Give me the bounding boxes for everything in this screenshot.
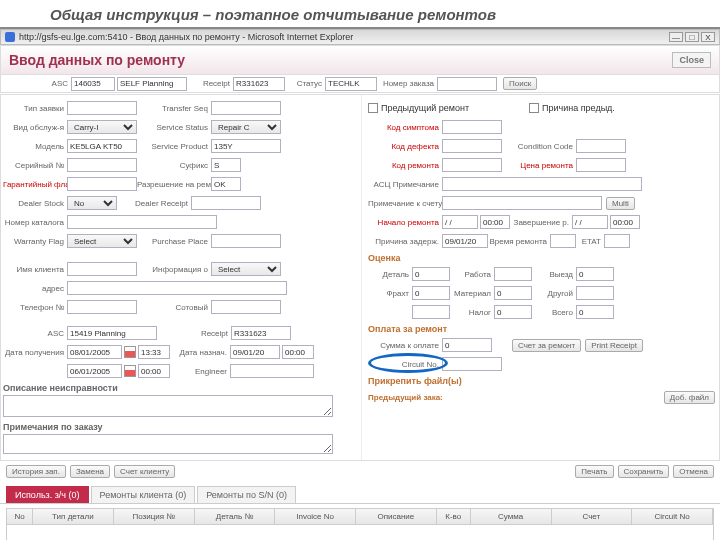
request-type-input[interactable] <box>67 101 137 115</box>
col-part-type[interactable]: Тип детали <box>33 509 114 524</box>
repair-start-time[interactable] <box>480 215 510 229</box>
replace-button[interactable]: Замена <box>70 465 110 478</box>
phone-label: Телефон № <box>3 303 67 312</box>
model-input[interactable] <box>67 139 137 153</box>
date3-input[interactable] <box>67 364 122 378</box>
col-sum[interactable]: Сумма <box>471 509 552 524</box>
col-account[interactable]: Счет <box>552 509 633 524</box>
circuit-no-input[interactable] <box>442 357 502 371</box>
save-button[interactable]: Сохранить <box>618 465 670 478</box>
delay-date-input[interactable] <box>442 234 488 248</box>
col-position-no[interactable]: Позиция № <box>114 509 195 524</box>
phone-input[interactable] <box>67 300 137 314</box>
repair-invoice-button[interactable]: Счет за ремонт <box>512 339 581 352</box>
prev-repair-checkbox[interactable] <box>368 103 378 113</box>
client-name-input[interactable] <box>67 262 137 276</box>
assign-date-input[interactable] <box>230 345 280 359</box>
serial-input[interactable] <box>67 158 137 172</box>
transfer-seq-input[interactable] <box>211 101 281 115</box>
amount-due-input[interactable] <box>442 338 492 352</box>
defect-code-input[interactable] <box>442 139 502 153</box>
address-input[interactable] <box>67 281 287 295</box>
cancel-button[interactable]: Отмена <box>673 465 714 478</box>
print-button[interactable]: Печать <box>575 465 613 478</box>
est-part-input[interactable] <box>412 267 450 281</box>
asc-input[interactable] <box>71 77 115 91</box>
est-material-input[interactable] <box>494 286 532 300</box>
est-freight-input[interactable] <box>412 286 450 300</box>
suffix-input[interactable] <box>211 158 241 172</box>
history-button[interactable]: История зап. <box>6 465 66 478</box>
receipt-input[interactable] <box>233 77 285 91</box>
add-file-button[interactable]: Доб. файл <box>664 391 715 404</box>
repair-auth-input[interactable] <box>211 177 241 191</box>
assign-date-label: Дата назнач. <box>170 348 230 357</box>
col-invoice-no[interactable]: Invoice No <box>275 509 356 524</box>
repair-start-date[interactable] <box>442 215 478 229</box>
est-labor-input[interactable] <box>494 267 532 281</box>
grid-header: No Тип детали Позиция № Деталь № Invoice… <box>6 508 714 525</box>
order-notes-textarea[interactable] <box>3 434 333 454</box>
tab-used-parts[interactable]: Использ. з/ч (0) <box>6 486 89 503</box>
invoice-note-input[interactable] <box>442 196 602 210</box>
repair-code-input[interactable] <box>442 158 502 172</box>
repair-end-date[interactable] <box>572 215 608 229</box>
window-max-button[interactable]: □ <box>685 32 699 42</box>
client-invoice-button[interactable]: Счет клиенту <box>114 465 175 478</box>
dealer-stock-select[interactable]: No <box>67 196 117 210</box>
est-tax-input[interactable] <box>494 305 532 319</box>
col-qty[interactable]: К-во <box>437 509 471 524</box>
service-type-select[interactable]: Carry-I <box>67 120 137 134</box>
est-other-label: Другой <box>532 289 576 298</box>
receipt2-input[interactable] <box>231 326 291 340</box>
repair-price-input[interactable] <box>576 158 626 172</box>
est-blank-input[interactable] <box>412 305 450 319</box>
purchase-place-input[interactable] <box>211 234 281 248</box>
time3-input[interactable] <box>138 364 170 378</box>
calendar-icon[interactable] <box>124 365 136 377</box>
repair-code-label: Код ремонта <box>368 161 442 170</box>
multi-button[interactable]: Multi <box>606 197 635 210</box>
repair-time-input[interactable] <box>550 234 576 248</box>
info-select[interactable]: Select <box>211 262 281 276</box>
engineer-input[interactable] <box>230 364 314 378</box>
est-other-input[interactable] <box>576 286 614 300</box>
assign-time-input[interactable] <box>282 345 314 359</box>
grid-body[interactable] <box>6 525 714 540</box>
asc-name-input[interactable] <box>117 77 187 91</box>
condition-code-input[interactable] <box>576 139 626 153</box>
col-circuit-no[interactable]: Circuit No <box>632 509 713 524</box>
status-input[interactable] <box>325 77 377 91</box>
est-trip-input[interactable] <box>576 267 614 281</box>
receive-time-input[interactable] <box>138 345 170 359</box>
asc2-input[interactable] <box>67 326 157 340</box>
search-button[interactable]: Поиск <box>503 77 537 90</box>
warranty-flag-input[interactable] <box>67 177 137 191</box>
wflag2-select[interactable]: Select <box>67 234 137 248</box>
est-total-input[interactable] <box>576 305 614 319</box>
service-status-label: Service Status <box>137 123 211 132</box>
service-product-input[interactable] <box>211 139 281 153</box>
receive-date-input[interactable] <box>67 345 122 359</box>
print-receipt-button[interactable]: Print Receipt <box>585 339 643 352</box>
etat-input[interactable] <box>604 234 630 248</box>
service-status-select[interactable]: Repair C <box>211 120 281 134</box>
tab-sn-repairs[interactable]: Ремонты по S/N (0) <box>197 486 296 503</box>
catalog-no-input[interactable] <box>67 215 217 229</box>
tab-client-repairs[interactable]: Ремонты клиента (0) <box>91 486 196 503</box>
symptom-code-input[interactable] <box>442 120 502 134</box>
col-part-no[interactable]: Деталь № <box>195 509 276 524</box>
orderno-input[interactable] <box>437 77 497 91</box>
mobile-input[interactable] <box>211 300 281 314</box>
col-no[interactable]: No <box>7 509 33 524</box>
repair-end-time[interactable] <box>610 215 640 229</box>
prev-reason-checkbox[interactable] <box>529 103 539 113</box>
calendar-icon[interactable] <box>124 346 136 358</box>
close-button[interactable]: Close <box>672 52 711 68</box>
window-close-button[interactable]: X <box>701 32 715 42</box>
col-description[interactable]: Описание <box>356 509 437 524</box>
window-min-button[interactable]: — <box>669 32 683 42</box>
dealer-receipt-input[interactable] <box>191 196 261 210</box>
asc-note-input[interactable] <box>442 177 642 191</box>
fault-desc-textarea[interactable] <box>3 395 333 417</box>
